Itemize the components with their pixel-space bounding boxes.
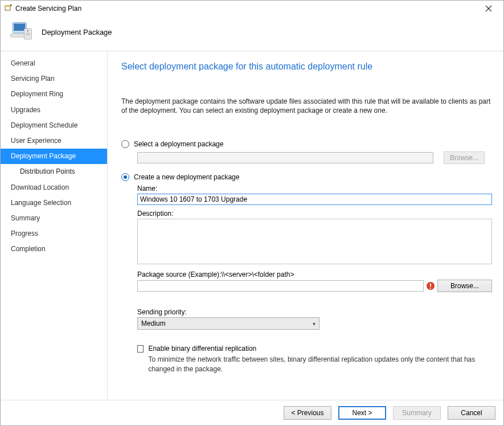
sidebar-item-label: Language Selection — [11, 199, 71, 207]
sidebar-item-label: Completion — [11, 245, 46, 253]
svg-point-9 — [27, 30, 28, 31]
sidebar-item-upgrades[interactable]: Upgrades — [1, 103, 107, 118]
svg-point-2 — [10, 4, 12, 6]
sidebar-item-deployment-package[interactable]: Deployment Package — [1, 149, 107, 164]
banner: Deployment Package — [1, 17, 503, 51]
radio-create-package[interactable] — [121, 173, 129, 181]
name-label: Name: — [137, 185, 492, 192]
sending-priority-value: Medium — [141, 319, 166, 327]
window-title: Create Servicing Plan — [13, 5, 477, 13]
summary-button: Summary — [393, 406, 441, 420]
sidebar-item-label: Distribution Points — [20, 167, 75, 175]
sidebar: General Servicing Plan Deployment Ring U… — [1, 51, 108, 400]
enable-bdr-label[interactable]: Enable binary differential replication — [148, 345, 492, 353]
intro-text: The deployment package contains the soft… — [121, 97, 492, 115]
button-label: Browse... — [450, 282, 479, 290]
titlebar: Create Servicing Plan — [1, 1, 503, 17]
radio-select-package[interactable] — [121, 140, 129, 148]
sidebar-item-label: Deployment Ring — [11, 90, 63, 98]
radio-create-package-label[interactable]: Create a new deployment package — [134, 173, 239, 181]
sidebar-item-label: Progress — [11, 230, 38, 237]
description-textarea[interactable] — [137, 219, 492, 264]
sidebar-item-label: User Experience — [11, 137, 62, 145]
radio-select-package-label[interactable]: Select a deployment package — [134, 140, 223, 148]
browse-select-package-button: Browse... — [444, 151, 485, 164]
warning-icon — [426, 281, 435, 290]
svg-rect-10 — [26, 33, 30, 34]
next-button[interactable]: Next > — [338, 406, 386, 420]
sidebar-item-label: Upgrades — [11, 106, 40, 114]
select-package-input-row: Browse... — [137, 151, 492, 164]
sidebar-item-label: Servicing Plan — [11, 75, 55, 83]
sending-priority-select[interactable]: Medium ▾ — [137, 317, 319, 330]
sidebar-item-user-experience[interactable]: User Experience — [1, 133, 107, 149]
computer-icon — [9, 19, 34, 44]
description-label: Description: — [137, 210, 492, 218]
svg-rect-6 — [14, 23, 25, 31]
svg-point-14 — [430, 288, 431, 289]
sidebar-item-summary[interactable]: Summary — [1, 211, 107, 226]
sidebar-item-label: Summary — [11, 214, 40, 222]
sidebar-item-label: Deployment Package — [11, 152, 76, 160]
svg-rect-1 — [5, 6, 10, 7]
sidebar-item-progress[interactable]: Progress — [1, 226, 107, 241]
previous-button[interactable]: < Previous — [284, 406, 331, 420]
content-area: General Servicing Plan Deployment Ring U… — [1, 51, 503, 400]
sidebar-item-deployment-ring[interactable]: Deployment Ring — [1, 87, 107, 102]
sidebar-item-completion[interactable]: Completion — [1, 241, 107, 257]
radio-select-package-row: Select a deployment package — [121, 140, 492, 148]
close-icon — [485, 5, 492, 12]
svg-rect-11 — [26, 35, 30, 35]
sidebar-item-language-selection[interactable]: Language Selection — [1, 195, 107, 211]
wizard-footer: < Previous Next > Summary Cancel — [1, 400, 503, 425]
enable-bdr-subtext: To minimize the network traffic between … — [148, 355, 492, 373]
sidebar-item-distribution-points[interactable]: Distribution Points — [1, 164, 107, 179]
sidebar-item-deployment-schedule[interactable]: Deployment Schedule — [1, 118, 107, 133]
sidebar-item-label: Deployment Schedule — [11, 121, 77, 129]
page-heading: Select deployment package for this autom… — [121, 62, 492, 72]
radio-create-package-row: Create a new deployment package — [121, 173, 492, 181]
main-panel: Select deployment package for this autom… — [108, 51, 503, 400]
sidebar-item-download-location[interactable]: Download Location — [1, 180, 107, 195]
select-package-field — [137, 152, 433, 163]
package-source-label: Package source (Example):\\<server>\<fol… — [137, 271, 492, 278]
sidebar-item-servicing-plan[interactable]: Servicing Plan — [1, 71, 107, 87]
window-icon — [4, 3, 13, 14]
sidebar-item-label: Download Location — [11, 183, 69, 191]
cancel-button[interactable]: Cancel — [448, 406, 495, 420]
svg-rect-13 — [430, 284, 431, 287]
package-source-input[interactable] — [137, 280, 424, 292]
close-button[interactable] — [477, 2, 500, 15]
sidebar-item-label: General — [11, 59, 35, 67]
name-input[interactable] — [137, 194, 492, 205]
chevron-down-icon: ▾ — [313, 321, 315, 327]
button-label: Next > — [352, 409, 372, 417]
button-label: Browse... — [450, 154, 478, 162]
banner-title: Deployment Package — [42, 28, 112, 36]
button-label: < Previous — [291, 409, 323, 417]
enable-bdr-checkbox[interactable] — [137, 345, 144, 353]
button-label: Summary — [402, 409, 431, 417]
browse-package-source-button[interactable]: Browse... — [437, 280, 492, 292]
sidebar-item-general[interactable]: General — [1, 56, 107, 71]
sending-priority-label: Sending priority: — [137, 308, 492, 316]
button-label: Cancel — [461, 409, 482, 417]
